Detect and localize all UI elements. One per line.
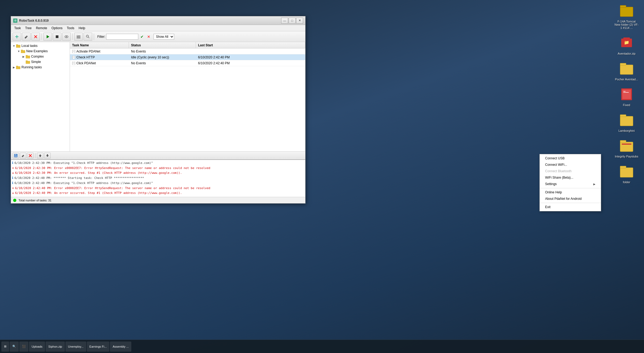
minimize-button[interactable]: — [281,18,288,24]
stop-button[interactable] [53,33,61,41]
log-info-icon: ℹ [12,181,13,185]
svg-rect-24 [56,35,58,38]
task-last-start-cell: 6/10/2020 2:42:40 PM [196,55,305,60]
view-button[interactable] [62,33,71,41]
svg-point-31 [79,36,80,37]
ctx-settings-arrow: ▶ [593,183,595,186]
log-text: 6/10/2020 2:42:40 PM: An error occurred.… [15,191,182,195]
sidebar-item-simple[interactable]: Simple [11,59,70,65]
ctx-settings[interactable]: Settings ▶ [540,181,601,187]
move-up-button[interactable] [37,153,43,159]
desktop-icon-lamborghini[interactable]: Lamborghini [615,112,639,132]
move-down-button[interactable] [44,153,51,159]
save-button[interactable] [13,153,19,159]
edit-button[interactable] [22,33,31,41]
taskbar-uploads[interactable]: Uploads [29,341,45,352]
complex-expand[interactable]: ▶ [22,55,25,58]
edit2-button[interactable] [20,153,26,159]
sidebar-item-complex[interactable]: ▶ Complex [11,54,70,59]
task-list-area: Task Name Status Last Start Activate PDA… [70,42,305,151]
desktop-icon-integrity[interactable]: Integrity Paystubs [615,138,639,158]
svg-rect-17 [620,166,626,168]
table-row[interactable]: Check HTTP Idle (Cyclic (every 10 sec)) … [70,54,305,60]
desktop-icon-extra[interactable]: folder [615,163,639,184]
desktop-icons: F-14A Tomcat New folder (2) VF-1 #114 ..… [615,3,639,184]
taskbar-start[interactable]: ⊞ [1,341,9,352]
menu-task[interactable]: Task [12,26,23,31]
new-examples-folder-icon [21,49,25,53]
close-button[interactable]: ✕ [296,18,303,24]
show-all-select[interactable]: Show All [154,34,174,40]
log-line: ℹ 6/10/2020 2:42:40 PM: ******* Starting… [12,175,304,181]
header-task-name: Task Name [70,42,129,48]
log-area: ℹ 6/10/2020 2:42:30 PM: Executing "1.Che… [11,159,305,197]
ctx-online-help[interactable]: Online Help [540,189,601,196]
svg-rect-14 [620,140,626,142]
log-text: 6/10/2020 2:42:30 PM: Executing "1.Check… [14,161,153,165]
simple-expand[interactable] [22,60,25,64]
ctx-wifi-share[interactable]: WiFi Share (Beta)... [540,174,601,181]
desktop-icon-aventador[interactable]: 📁 Aventador.zip [615,35,639,55]
f14-label: F-14A Tomcat New folder (2) VF-1 #114 ..… [615,20,639,29]
pocher-label: Pocher Aventad... [615,78,638,81]
lamborghini-icon [619,112,635,128]
header-last-start: Last Start [196,42,305,48]
svg-point-32 [77,37,79,39]
taskbar-task-view[interactable]: ⬛ [19,341,28,352]
run-button[interactable] [43,33,52,41]
sidebar-item-new-examples[interactable]: ▼ New Examples [11,48,70,54]
maximize-button[interactable]: □ [289,18,296,24]
log-error-icon: ✕ [12,186,14,190]
filter-input[interactable] [106,34,138,40]
running-tasks-label: Running tasks [21,65,42,69]
taskbar-earnings[interactable]: Earnings Fi... [87,341,110,352]
context-menu: Connect USB Connect WiFi... Connect Blue… [539,154,601,211]
taskbar-unemploy[interactable]: Unemploy... [65,341,86,352]
window-controls: — □ ✕ [281,18,303,24]
delete-button[interactable] [31,33,40,41]
sidebar-item-running-tasks[interactable]: ▶ Running tasks [11,65,70,70]
task-table-header: Task Name Status Last Start [70,42,305,48]
svg-marker-59 [39,154,42,156]
ctx-about[interactable]: About PdaNet for Android [540,196,601,202]
desktop-icon-fixed[interactable]: Fixed [615,86,639,107]
ctx-connect-wifi[interactable]: Connect WiFi... [540,162,601,168]
sidebar-item-local-tasks[interactable]: ▼ Local tasks [11,43,70,48]
desktop-icon-f14[interactable]: F-14A Tomcat New folder (2) VF-1 #114 ..… [615,3,639,29]
fixed-icon [619,86,635,102]
filter-clear-button[interactable]: ✕ [146,34,152,40]
desktop-icon-pocher[interactable]: Pocher Aventad... [615,61,639,81]
task-file-icon [72,50,75,53]
ctx-connect-usb[interactable]: Connect USB [540,155,601,162]
delete2-button[interactable] [27,153,33,159]
menu-help[interactable]: Help [76,26,87,31]
task-name: Click PDANet [76,61,96,65]
menu-tree[interactable]: Tree [23,26,34,31]
svg-rect-55 [15,154,16,155]
task-last-start-cell [196,51,305,52]
taskbar-assembly[interactable]: Assembly ... [110,341,131,352]
running-tasks-expand[interactable]: ▶ [12,65,16,69]
search-button[interactable] [84,33,92,41]
svg-point-33 [86,35,88,37]
local-tasks-expand[interactable]: ▼ [12,44,16,48]
log-line: ✕ 6/10/2020 2:42:30 PM: An error occurre… [12,171,304,176]
menu-options[interactable]: Options [49,26,65,31]
menu-bar: Task Tree Remote Options Tools Help [11,25,305,31]
svg-rect-0 [620,7,633,17]
settings-button[interactable] [74,33,83,41]
ctx-exit[interactable]: Exit [540,204,601,210]
log-text: 6/10/2020 2:42:40 PM: Executing "1.Check… [14,181,153,185]
menu-tools[interactable]: Tools [65,26,76,31]
taskbar-search[interactable]: 🔍 [10,341,19,352]
table-row[interactable]: Activate PDANet No Events [70,48,305,54]
filter-ok-button[interactable]: ✔ [139,34,145,40]
new-examples-expand[interactable]: ▼ [17,49,21,53]
taskbar-siphon[interactable]: Siphon.zip [46,341,65,352]
table-row[interactable]: Click PDANet No Events 6/10/2020 2:42:40… [70,60,305,66]
svg-rect-6 [620,63,626,65]
integrity-label: Integrity Paystubs [615,155,638,158]
menu-remote[interactable]: Remote [34,26,49,31]
add-button[interactable] [13,33,21,41]
simple-label: Simple [31,60,41,64]
